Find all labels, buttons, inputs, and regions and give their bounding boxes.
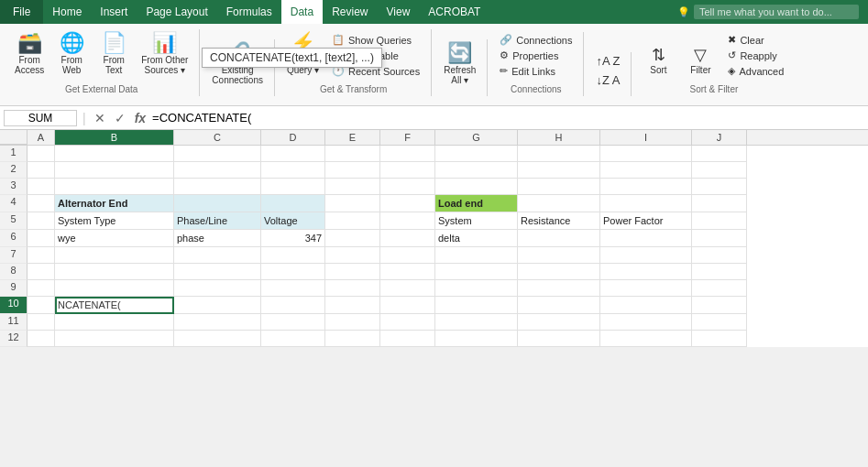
cell-10-c[interactable]: [174, 297, 261, 314]
cell-2-f[interactable]: [380, 162, 435, 179]
cell-8-j[interactable]: [692, 264, 747, 280]
from-other-sources-button[interactable]: 📊 From OtherSources ▾: [136, 29, 193, 79]
row-header-7[interactable]: 7: [0, 247, 27, 264]
cancel-icon[interactable]: ✕: [92, 110, 108, 126]
cell-10-i[interactable]: [600, 297, 692, 314]
cell-1-c[interactable]: [174, 146, 261, 162]
cell-5-i[interactable]: Power Factor: [600, 212, 692, 230]
cell-1-d[interactable]: [261, 146, 325, 162]
corner-cell[interactable]: [0, 130, 27, 145]
from-access-button[interactable]: 🗃️ FromAccess: [9, 29, 49, 79]
cell-7-c[interactable]: [174, 247, 261, 264]
cell-2-g[interactable]: [435, 162, 518, 179]
col-header-c[interactable]: C: [174, 130, 261, 145]
cell-3-i[interactable]: [600, 179, 692, 195]
cell-4-c[interactable]: [174, 195, 261, 212]
cell-6-h[interactable]: [518, 230, 600, 247]
cell-9-i[interactable]: [600, 280, 692, 297]
cell-2-a[interactable]: [27, 162, 55, 179]
cell-1-j[interactable]: [692, 146, 747, 162]
function-icon[interactable]: fx: [132, 110, 148, 126]
cell-7-a[interactable]: [27, 247, 55, 264]
cell-12-c[interactable]: [174, 331, 261, 347]
cell-10-h[interactable]: [518, 297, 600, 314]
cell-8-e[interactable]: [325, 264, 380, 280]
cell-4-i[interactable]: [600, 195, 692, 212]
cell-9-a[interactable]: [27, 280, 55, 297]
cell-11-j[interactable]: [692, 314, 747, 331]
cell-3-j[interactable]: [692, 179, 747, 195]
cell-6-f[interactable]: [380, 230, 435, 247]
cell-2-h[interactable]: [518, 162, 600, 179]
cell-10-b[interactable]: NCATENATE(: [55, 297, 174, 314]
cell-7-i[interactable]: [600, 247, 692, 264]
cell-11-a[interactable]: [27, 314, 55, 331]
confirm-icon[interactable]: ✓: [112, 110, 128, 126]
row-header-12[interactable]: 12: [0, 331, 27, 347]
col-header-i[interactable]: I: [600, 130, 692, 145]
cell-12-g[interactable]: [435, 331, 518, 347]
cell-9-e[interactable]: [325, 280, 380, 297]
filter-button[interactable]: ▽ Filter: [680, 43, 720, 79]
cell-11-b[interactable]: [55, 314, 174, 331]
cell-10-g[interactable]: [435, 297, 518, 314]
cell-8-h[interactable]: [518, 264, 600, 280]
cell-7-g[interactable]: [435, 247, 518, 264]
cell-11-e[interactable]: [325, 314, 380, 331]
cell-2-j[interactable]: [692, 162, 747, 179]
tell-me-input[interactable]: [694, 5, 859, 19]
cell-9-h[interactable]: [518, 280, 600, 297]
row-header-8[interactable]: 8: [0, 264, 27, 280]
cell-8-d[interactable]: [261, 264, 325, 280]
cell-3-a[interactable]: [27, 179, 55, 195]
cell-5-g[interactable]: System: [435, 212, 518, 230]
cell-3-d[interactable]: [261, 179, 325, 195]
advanced-button[interactable]: ◈ Advanced: [722, 63, 789, 79]
cell-2-c[interactable]: [174, 162, 261, 179]
cell-8-i[interactable]: [600, 264, 692, 280]
cell-5-j[interactable]: [692, 212, 747, 230]
row-header-1[interactable]: 1: [0, 146, 27, 162]
col-header-d[interactable]: D: [261, 130, 325, 145]
cell-9-c[interactable]: [174, 280, 261, 297]
sort-button[interactable]: ⇅ Sort: [638, 43, 678, 79]
menu-view[interactable]: View: [378, 0, 420, 24]
cell-6-a[interactable]: [27, 230, 55, 247]
cell-7-j[interactable]: [692, 247, 747, 264]
cell-5-f[interactable]: [380, 212, 435, 230]
col-header-f[interactable]: F: [380, 130, 435, 145]
cell-7-b[interactable]: [55, 247, 174, 264]
name-box[interactable]: [4, 110, 77, 126]
connections-button[interactable]: 🔗 Connections: [494, 32, 577, 48]
row-header-3[interactable]: 3: [0, 179, 27, 195]
menu-page-layout[interactable]: Page Layout: [137, 0, 216, 24]
cell-11-d[interactable]: [261, 314, 325, 331]
menu-formulas[interactable]: Formulas: [217, 0, 281, 24]
cell-2-d[interactable]: [261, 162, 325, 179]
cell-12-a[interactable]: [27, 331, 55, 347]
cell-5-c[interactable]: Phase/Line: [174, 212, 261, 230]
properties-button[interactable]: ⚙ Properties: [494, 48, 577, 63]
cell-7-d[interactable]: [261, 247, 325, 264]
cell-9-g[interactable]: [435, 280, 518, 297]
cell-8-a[interactable]: [27, 264, 55, 280]
sort-az-button[interactable]: ↑A Z: [590, 52, 625, 70]
cell-9-d[interactable]: [261, 280, 325, 297]
menu-file[interactable]: File: [0, 0, 43, 24]
cell-4-f[interactable]: [380, 195, 435, 212]
row-header-4[interactable]: 4: [0, 195, 27, 212]
cell-2-e[interactable]: [325, 162, 380, 179]
cell-6-d[interactable]: 347: [261, 230, 325, 247]
cell-12-d[interactable]: [261, 331, 325, 347]
cell-1-e[interactable]: [325, 146, 380, 162]
cell-10-e[interactable]: [325, 297, 380, 314]
cell-6-g[interactable]: delta: [435, 230, 518, 247]
refresh-all-button[interactable]: 🔄 RefreshAll ▾: [438, 39, 481, 89]
cell-4-b[interactable]: Alternator End: [55, 195, 174, 212]
cell-3-e[interactable]: [325, 179, 380, 195]
row-header-11[interactable]: 11: [0, 314, 27, 331]
cell-11-h[interactable]: [518, 314, 600, 331]
cell-1-a[interactable]: [27, 146, 55, 162]
from-text-button[interactable]: 📄 FromText: [93, 29, 134, 79]
col-header-a[interactable]: A: [27, 130, 55, 145]
